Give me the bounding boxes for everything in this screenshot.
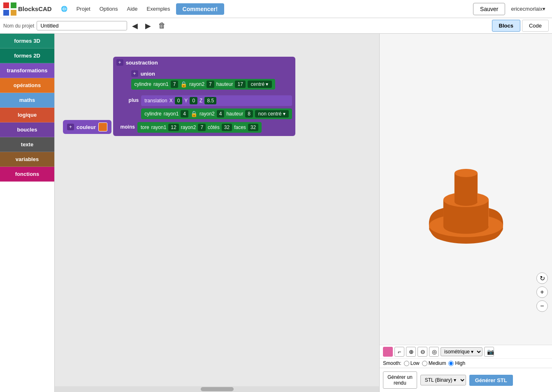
viewer-smooth: Smooth: Low Medium High [380,358,552,368]
svg-point-13 [455,198,478,206]
color-picker-btn[interactable] [383,347,393,357]
trans-z-val[interactable]: 8.5 [204,97,216,104]
target-btn[interactable]: ◎ [429,347,439,357]
sidebar-item-transformations[interactable]: transformations [0,63,54,78]
soustraction-label: soustraction [126,60,158,66]
cyl2-centre-dropdown[interactable]: non centré ▾ [255,110,289,118]
undo-button[interactable]: ◀ [130,20,140,32]
tore-label: tore [141,125,149,130]
add-btn[interactable]: ⊕ [406,347,416,357]
project-name-input[interactable] [37,21,127,30]
smooth-medium-radio[interactable] [422,361,427,366]
rayon1-label-1: rayon1 [153,81,169,87]
sauver-button[interactable]: Sauver [473,3,505,15]
hauteur-label-1: hauteur [216,81,233,87]
delete-button[interactable]: 🗑 [156,20,168,31]
smooth-low-radio[interactable] [404,361,409,366]
viewer-zoom-in-btn[interactable]: + [536,286,548,298]
3d-viewer: ↻ + − ⌐ ⊕ ⊖ ◎ isométrique ▾ 📷 Smooth: Lo… [379,34,552,392]
camera-btn[interactable]: 📷 [484,347,494,357]
3d-shape-svg [400,124,532,255]
tore-cotes-val[interactable]: 32 [222,124,232,131]
app-logo: BlocksCAD [3,2,52,16]
cyl1-rayon2-val[interactable]: 7 [206,81,214,88]
viewer-zoom-out-btn[interactable]: − [536,300,548,312]
user-menu[interactable]: ericecmorlaix▾ [508,4,549,14]
rayon2-label-2: rayon2 [199,111,215,117]
cylindre-block-2: cylindre rayon1 4 🔒 rayon2 4 hauteur 8 n… [141,108,292,119]
hauteur-label-2: hauteur [226,111,243,117]
viewer-nav: ↻ + − [536,272,548,312]
svg-rect-3 [11,10,16,16]
color-swatch[interactable] [98,122,107,131]
z-label: Z [199,98,202,104]
couleur-block: + couleur [63,120,111,134]
smooth-medium-label[interactable]: Medium [422,360,446,366]
plus-content: translation X 0 Y 0 Z 8.5 cylindre rayon… [141,95,292,120]
viewer-canvas: ↻ + − [380,34,552,345]
viewer-toolbar: ⌐ ⊕ ⊖ ◎ isométrique ▾ 📷 [380,345,552,358]
smooth-high-label[interactable]: High [448,360,465,366]
nom-projet-label: Nom du projet [3,23,34,29]
cyl2-rayon2-val[interactable]: 4 [217,110,225,118]
tore-rayon1-label: rayon1 [151,125,167,130]
sidebar-item-maths[interactable]: maths [0,93,54,108]
cyl1-hauteur-val[interactable]: 17 [235,81,245,88]
generer-rendu-label: Générer un rendu [387,374,413,386]
block-area: + couleur + soustraction + union [63,54,295,136]
exemples-menu[interactable]: Exemples [144,4,174,14]
smooth-high-radio[interactable] [448,361,454,366]
viewer-bottom: Générer un rendu STL (Binary) ▾ Générer … [380,368,552,392]
trans-x-val[interactable]: 0 [175,97,183,104]
aide-menu[interactable]: Aide [123,4,141,14]
remove-btn[interactable]: ⊖ [417,347,427,357]
smooth-low-label[interactable]: Low [404,360,420,366]
options-menu[interactable]: Options [96,4,121,14]
sidebar-item-formes2d[interactable]: formes 2D [0,48,54,63]
lock-icon-1: 🔒 [180,81,187,88]
scrollbar-thumb[interactable] [201,387,234,391]
generer-rendu-button[interactable]: Générer un rendu [383,371,417,389]
tab-code[interactable]: Code [522,20,549,32]
union-expand-btn[interactable]: + [131,70,138,77]
view-select[interactable]: isométrique ▾ [441,347,482,356]
stl-format-select[interactable]: STL (Binary) ▾ [420,375,466,385]
sidebar-item-variables[interactable]: variables [0,152,54,167]
tore-rayon2-val[interactable]: 7 [198,124,206,131]
app-name: BlocksCAD [18,5,52,12]
generer-stl-button[interactable]: Générer STL [469,375,513,386]
globe-button[interactable]: 🌐 [58,4,71,14]
couleur-expand-btn[interactable]: + [67,124,74,130]
tore-faces-label: faces [234,125,246,130]
rayon1-label-2: rayon1 [164,111,179,117]
viewer-rotate-btn[interactable]: ↻ [536,272,548,284]
tore-rayon1-val[interactable]: 12 [168,124,179,131]
tore-faces-val[interactable]: 32 [248,124,258,131]
cyl2-rayon1-val[interactable]: 4 [181,110,188,118]
projet-menu[interactable]: Projet [73,4,94,14]
angle-btn[interactable]: ⌐ [394,347,404,357]
sidebar-item-boucles[interactable]: boucles [0,122,54,137]
redo-button[interactable]: ▶ [143,20,153,32]
svg-rect-1 [11,2,16,8]
sidebar-item-formes3d[interactable]: formes 3D [0,34,54,48]
sidebar-item-texte[interactable]: texte [0,137,54,152]
sidebar-item-logique[interactable]: logique [0,108,54,122]
cyl1-centre-dropdown[interactable]: centré ▾ [248,81,272,88]
moins-label: moins [121,124,135,130]
moins-row: moins tore rayon1 12 rayon2 7 côtés 32 f… [121,122,292,133]
commencer-button[interactable]: Commencer! [176,3,225,15]
cyl2-hauteur-val[interactable]: 8 [245,110,253,118]
svg-rect-2 [3,10,9,16]
tab-blocs[interactable]: Blocs [492,20,520,32]
cyl1-rayon1-val[interactable]: 7 [171,81,179,88]
trans-y-val[interactable]: 0 [190,97,197,104]
soustraction-block: + soustraction + union cylindre rayon1 7… [113,57,295,136]
sidebar-item-operations[interactable]: opérations [0,78,54,93]
sidebar-item-fonctions[interactable]: fonctions [0,167,54,182]
scrollbar-bottom[interactable] [55,386,379,392]
rayon2-label-1: rayon2 [189,81,204,87]
cylindre-label-1: cylindre [135,81,151,87]
tore-block: tore rayon1 12 rayon2 7 côtés 32 faces 3… [137,122,262,133]
soustraction-expand-btn[interactable]: + [116,59,123,66]
